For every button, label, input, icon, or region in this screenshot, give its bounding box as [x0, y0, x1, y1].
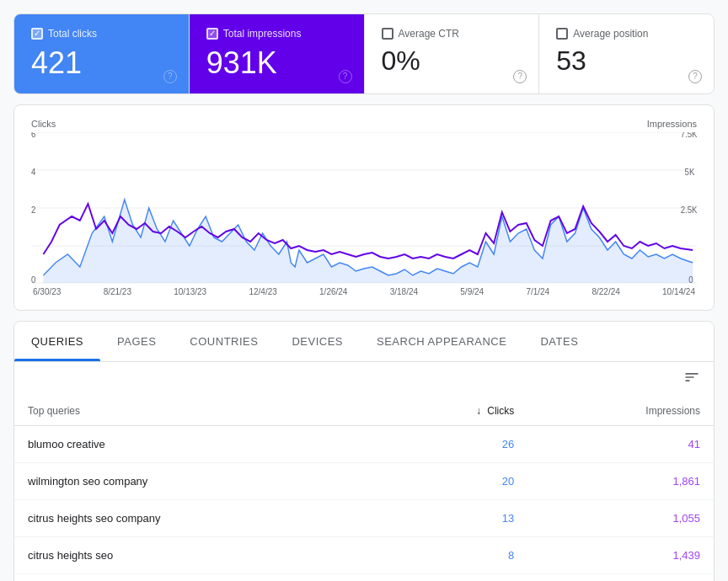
metric-average-position[interactable]: Average position 53 ? — [539, 14, 714, 93]
clicks-cell: 20 — [379, 462, 528, 499]
svg-text:2.5K: 2.5K — [681, 205, 697, 214]
query-cell: citrus heights seo — [14, 536, 379, 573]
svg-text:7.5K: 7.5K — [681, 132, 697, 139]
x-label-0: 6/30/23 — [33, 287, 61, 296]
clicks-checkbox[interactable]: ✓ — [31, 28, 43, 40]
x-label-3: 12/4/23 — [249, 287, 276, 296]
chart-svg: 6 4 2 0 7.5K 5K 2.5K 0 — [31, 132, 697, 284]
x-label-6: 5/9/24 — [460, 287, 484, 296]
metrics-row: ✓ Total clicks 421 ? ✓ Total impressions… — [13, 13, 715, 94]
x-label-9: 10/14/24 — [662, 287, 695, 296]
ctr-label: Average CTR — [399, 28, 459, 40]
data-table: Top queries ↓ Clicks Impressions blumoo … — [14, 397, 714, 581]
impressions-value: 931K — [206, 46, 347, 80]
query-cell: citrus heights seo company — [14, 499, 379, 536]
main-container: ✓ Total clicks 421 ? ✓ Total impressions… — [0, 0, 728, 581]
clicks-cell: 26 — [379, 425, 528, 462]
x-label-1: 8/21/23 — [104, 287, 131, 296]
x-label-7: 7/1/24 — [526, 287, 549, 296]
metric-total-clicks[interactable]: ✓ Total clicks 421 ? — [14, 14, 190, 93]
chart-area: 6 4 2 0 7.5K 5K 2.5K 0 — [31, 132, 697, 284]
x-label-2: 10/13/23 — [174, 287, 206, 296]
ctr-checkbox[interactable] — [382, 28, 393, 40]
impressions-checkbox[interactable]: ✓ — [206, 28, 218, 40]
table-toolbar — [14, 362, 714, 397]
x-label-5: 3/18/24 — [390, 287, 418, 296]
svg-text:2: 2 — [31, 205, 35, 214]
bottom-panel: QUERIES PAGES COUNTRIES DEVICES SEARCH A… — [13, 321, 715, 581]
table-row: citrus heights seo company 13 1,055 — [14, 499, 714, 536]
svg-text:6: 6 — [31, 132, 36, 139]
position-help-icon[interactable]: ? — [688, 70, 702, 83]
table-row: blumoo creative 26 41 — [14, 425, 714, 462]
clicks-value: 421 — [31, 46, 172, 80]
query-cell: san diego seo company — [14, 573, 379, 581]
tab-devices[interactable]: DEVICES — [275, 322, 360, 361]
table-row: wilmington seo company 20 1,861 — [14, 462, 714, 499]
table-header-row: Top queries ↓ Clicks Impressions — [14, 397, 714, 426]
impressions-cell: 1,055 — [527, 499, 714, 536]
ctr-value: 0% — [382, 46, 522, 76]
col-header-impressions: Impressions — [527, 397, 714, 426]
x-label-4: 1/26/24 — [319, 287, 347, 296]
col-header-clicks[interactable]: ↓ Clicks — [379, 397, 528, 426]
chart-x-labels: 6/30/23 8/21/23 10/13/23 12/4/23 1/26/24… — [31, 287, 697, 296]
tab-pages[interactable]: PAGES — [100, 322, 173, 361]
sort-icon: ↓ — [476, 405, 481, 417]
chart-right-label: Impressions — [647, 119, 697, 129]
clicks-cell: 6 — [379, 573, 528, 581]
position-value: 53 — [556, 46, 697, 76]
svg-text:5K: 5K — [685, 167, 695, 176]
tab-dates[interactable]: DATES — [523, 322, 595, 361]
chart-container: Clicks Impressions 6 4 2 0 7.5K 5K 2.5K — [13, 104, 715, 311]
tab-queries[interactable]: QUERIES — [14, 322, 100, 361]
tab-countries[interactable]: COUNTRIES — [173, 322, 275, 361]
impressions-cell: 1,439 — [527, 536, 714, 573]
query-cell: wilmington seo company — [14, 462, 379, 499]
svg-text:4: 4 — [31, 167, 36, 176]
impressions-cell: 1,861 — [527, 462, 714, 499]
position-checkbox[interactable] — [556, 28, 568, 40]
table-body: blumoo creative 26 41 wilmington seo com… — [14, 425, 714, 581]
query-cell: blumoo creative — [14, 425, 379, 462]
metric-average-ctr[interactable]: Average CTR 0% ? — [365, 14, 540, 93]
svg-text:0: 0 — [31, 275, 36, 283]
position-label: Average position — [573, 28, 648, 40]
metric-total-impressions[interactable]: ✓ Total impressions 931K ? — [190, 14, 365, 93]
table-row: citrus heights seo 8 1,439 — [14, 536, 714, 573]
impressions-cell: 1,696 — [527, 573, 714, 581]
col-header-query: Top queries — [14, 397, 379, 426]
clicks-cell: 8 — [379, 536, 528, 573]
impressions-cell: 41 — [527, 425, 714, 462]
tabs-row: QUERIES PAGES COUNTRIES DEVICES SEARCH A… — [14, 322, 714, 362]
x-label-8: 8/22/24 — [592, 287, 619, 296]
impressions-label: Total impressions — [223, 28, 302, 40]
chart-left-label: Clicks — [31, 119, 56, 129]
ctr-help-icon[interactable]: ? — [513, 70, 527, 83]
clicks-help-icon[interactable]: ? — [163, 70, 177, 83]
clicks-label: Total clicks — [48, 28, 97, 40]
impressions-help-icon[interactable]: ? — [339, 70, 352, 83]
tab-search-appearance[interactable]: SEARCH APPEARANCE — [360, 322, 523, 361]
clicks-cell: 13 — [379, 499, 528, 536]
table-row: san diego seo company 6 1,696 — [14, 573, 714, 581]
filter-icon[interactable] — [683, 369, 700, 390]
